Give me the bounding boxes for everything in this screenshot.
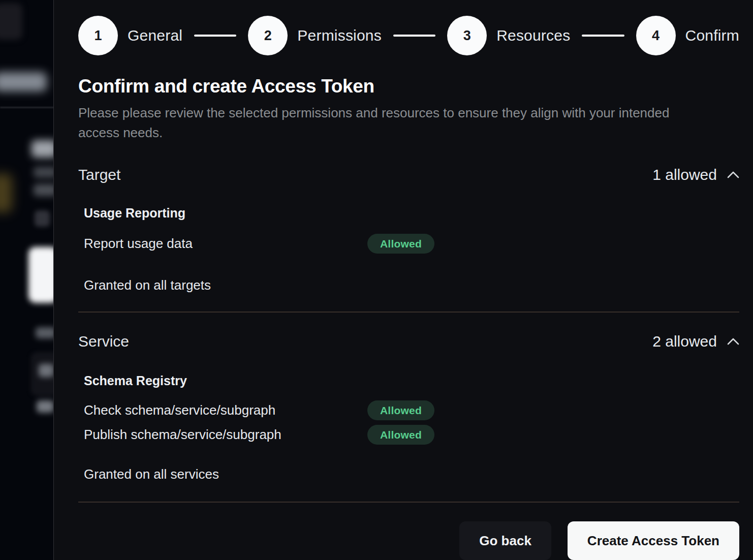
permission-label: Publish schema/service/subgraph (84, 427, 367, 443)
blurred-heading (32, 140, 53, 158)
section-title: Target (78, 166, 120, 183)
step-general[interactable]: 1 General (78, 16, 182, 55)
section-summary: 2 allowed (652, 333, 739, 350)
step-number-circle: 3 (447, 16, 487, 55)
step-label: General (128, 27, 182, 44)
blurred-text-line (39, 364, 53, 377)
wizard-stepper: 1 General 2 Permissions 3 Resources 4 Co… (78, 16, 739, 55)
step-label: Permissions (297, 27, 382, 44)
blurred-tile (0, 3, 22, 40)
step-number-circle: 2 (248, 16, 288, 55)
chevron-up-icon[interactable] (727, 171, 739, 179)
chevron-up-icon[interactable] (727, 337, 739, 346)
step-resources[interactable]: 3 Resources (447, 16, 570, 55)
blurred-text-line (34, 184, 53, 196)
section-header-target[interactable]: Target 1 allowed (78, 166, 739, 183)
section-header-service[interactable]: Service 2 allowed (78, 333, 739, 350)
step-label: Resources (496, 27, 570, 44)
granted-note: Granted on all targets (84, 277, 739, 293)
allowed-count: 2 allowed (652, 333, 717, 350)
step-connector (582, 35, 624, 37)
page-title: Confirm and create Access Token (78, 76, 739, 97)
blurred-text-line (34, 167, 53, 178)
step-label: Confirm (685, 27, 739, 44)
status-badge: Allowed (367, 400, 434, 420)
permission-label: Report usage data (84, 236, 367, 252)
step-permissions[interactable]: 2 Permissions (248, 16, 382, 55)
allowed-count: 1 allowed (652, 166, 717, 183)
blurred-text-line (36, 327, 53, 338)
permission-row: Report usage data Allowed (84, 234, 739, 254)
status-badge: Allowed (367, 234, 434, 254)
step-connector (393, 35, 435, 37)
step-number-circle: 4 (636, 16, 676, 55)
page-subtitle: Please please review the selected permis… (78, 103, 702, 143)
create-access-token-button[interactable]: Create Access Token (568, 521, 739, 560)
permission-row: Check schema/service/subgraph Allowed (84, 400, 739, 420)
blurred-background-sidebar (0, 0, 53, 560)
section-divider (78, 312, 739, 313)
blurred-icon (35, 210, 50, 227)
create-access-token-panel: 1 General 2 Permissions 3 Resources 4 Co… (53, 0, 753, 560)
go-back-button[interactable]: Go back (459, 521, 551, 560)
permission-group-title: Schema Registry (84, 374, 739, 388)
granted-note: Granted on all services (84, 466, 739, 482)
step-number-circle: 1 (78, 16, 118, 55)
blurred-yellow-button (0, 174, 12, 212)
blurred-text-line (37, 400, 53, 413)
permission-group-title: Usage Reporting (84, 206, 739, 221)
blurred-divider (0, 107, 53, 108)
section-summary: 1 allowed (652, 166, 739, 183)
footer-divider (78, 502, 739, 503)
blurred-white-card (28, 247, 53, 303)
step-connector (194, 35, 236, 37)
permission-label: Check schema/service/subgraph (84, 402, 367, 418)
status-badge: Allowed (367, 425, 434, 445)
section-title: Service (78, 333, 129, 350)
permission-row: Publish schema/service/subgraph Allowed (84, 425, 739, 445)
blurred-nav-text (0, 72, 47, 91)
footer-actions: Go back Create Access Token (78, 521, 739, 560)
step-confirm[interactable]: 4 Confirm (636, 16, 739, 55)
